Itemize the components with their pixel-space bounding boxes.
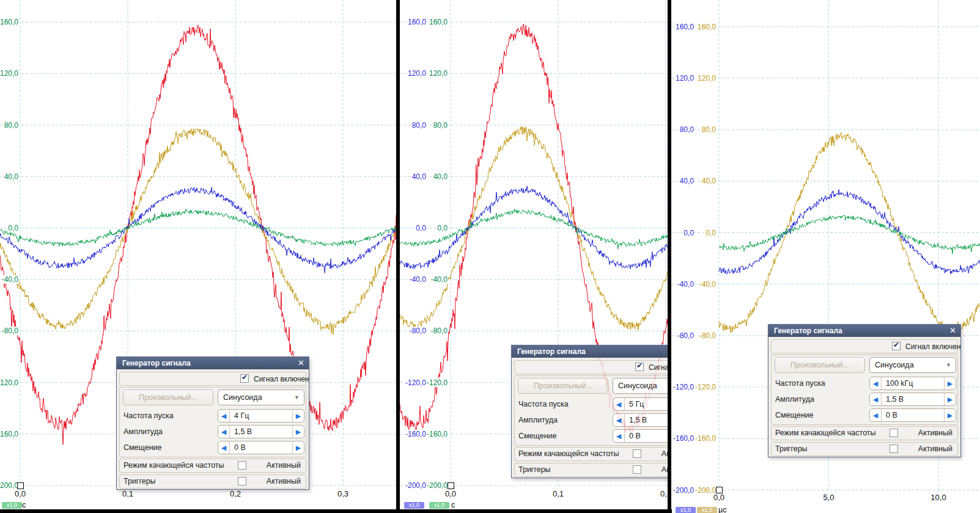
sweep-state: Активный (918, 427, 952, 440)
offset-stepper[interactable]: ◀ 0 В ▶ (613, 429, 668, 443)
waveform-value: Синусоида (618, 378, 657, 393)
scale-badge[interactable]: x1,0 (429, 502, 449, 509)
signal-on-checkbox[interactable]: ✔ (635, 363, 644, 371)
triggers-checkbox[interactable] (633, 465, 641, 474)
triggers-label: Триггеры (775, 443, 808, 456)
amplitude-stepper[interactable]: ◀ 1,5 В ▶ (218, 425, 304, 438)
triggers-checkbox[interactable] (238, 477, 246, 485)
x-tick-label: 5,0 (816, 493, 842, 502)
triggers-state: Активный (267, 475, 301, 488)
check-icon: ✔ (893, 341, 899, 349)
close-icon[interactable]: ✕ (949, 325, 956, 337)
increment-icon[interactable]: ▶ (292, 441, 304, 454)
x-tick-label: 0,1 (545, 490, 572, 498)
decrement-icon[interactable]: ◀ (613, 430, 625, 442)
waveform-gold (400, 127, 668, 330)
waveform-blue (0, 187, 396, 273)
origin-handle[interactable] (17, 482, 24, 489)
waveform-gold (0, 128, 396, 334)
waveform-gold (719, 133, 980, 335)
scale-badge[interactable]: x1,0 (404, 502, 424, 509)
increment-icon[interactable]: ▶ (944, 409, 956, 421)
field-label: Частота пуска (123, 409, 174, 423)
field-value: 1,5 В (234, 426, 252, 438)
waveform-select[interactable]: Синусоида ▼ (869, 357, 956, 373)
field-value: 0 В (234, 441, 246, 454)
signal-on-checkbox[interactable]: ✔ (240, 374, 249, 383)
triggers-row: Триггеры Активный (514, 463, 668, 477)
bottom-bar (0, 509, 672, 513)
sweep-checkbox[interactable] (890, 429, 898, 437)
increment-icon[interactable]: ▶ (944, 377, 956, 389)
origin-handle[interactable] (716, 487, 723, 493)
signal-on-label: Сигнал включен (254, 375, 309, 383)
sweep-checkbox[interactable] (238, 461, 246, 470)
amplitude-stepper[interactable]: ◀ 1,5 В ▶ (613, 413, 668, 427)
offset-stepper[interactable]: ◀ 0 В ▶ (218, 441, 304, 454)
signal-on-checkbox[interactable]: ✔ (892, 342, 901, 350)
signal-on-group: ✔ Сигнал включен (771, 339, 958, 353)
field-value: 0 В (629, 430, 641, 443)
waveform-select[interactable]: Синусоида ▼ (218, 389, 304, 405)
triggers-checkbox[interactable] (890, 445, 898, 453)
x-axis-unit: с (22, 501, 26, 509)
dialog-titlebar[interactable]: Генератор сигнала ✕ (117, 357, 309, 369)
scope-panel-3: Генератор сигнала ✕ ✔ Сигнал включен Про… (672, 0, 980, 513)
signal-on-label: Сигнал включен (905, 342, 960, 351)
increment-icon[interactable]: ▶ (944, 393, 956, 405)
sweep-label: Режим качающейся частоты (123, 459, 224, 472)
field-label: Частота пуска (518, 397, 569, 411)
waveform-green (0, 209, 396, 246)
increment-icon[interactable]: ▶ (292, 410, 304, 422)
frequency-stepper[interactable]: ◀ 100 kГц ▶ (869, 377, 956, 390)
scale-badge[interactable]: x1,0 (697, 507, 717, 513)
decrement-icon[interactable]: ◀ (613, 398, 625, 410)
frequency-stepper[interactable]: ◀ 4 Гц ▶ (218, 409, 304, 423)
field-label: Смещение (123, 441, 162, 454)
sweep-checkbox[interactable] (633, 449, 641, 458)
decrement-icon[interactable]: ◀ (218, 410, 230, 422)
x-tick-label: 0,0 (437, 490, 464, 498)
waveform-group: Произвольный... Синусоида ▼ Частота пуск… (119, 387, 306, 457)
offset-stepper[interactable]: ◀ 0 В ▶ (869, 408, 956, 422)
x-axis-unit: с (451, 501, 455, 509)
sweep-row: Режим качающейся частоты Активный (514, 447, 668, 461)
frequency-stepper[interactable]: ◀ 5 Гц ▶ (613, 397, 668, 411)
field-label: Амплитуда (123, 425, 163, 438)
arbitrary-button[interactable]: Произвольный... (775, 357, 865, 373)
decrement-icon[interactable]: ◀ (870, 409, 882, 421)
field-value: 1,5 В (886, 393, 904, 406)
signal-generator-dialog-1: Генератор сигнала ✕ ✔ Сигнал включен Про… (116, 356, 309, 490)
dialog-titlebar[interactable]: Генератор сигнала ✕ (768, 325, 960, 337)
increment-icon[interactable]: ▶ (292, 426, 304, 438)
waveform-select[interactable]: Синусоида ▼ (613, 378, 668, 394)
amplitude-stepper[interactable]: ◀ 1,5 В ▶ (869, 393, 956, 406)
triggers-state: Активный (918, 443, 952, 456)
decrement-icon[interactable]: ◀ (218, 426, 230, 438)
decrement-icon[interactable]: ◀ (870, 377, 882, 389)
field-label: Частота пуска (775, 377, 825, 390)
decrement-icon[interactable]: ◀ (218, 441, 230, 454)
decrement-icon[interactable]: ◀ (613, 414, 625, 426)
waveform-group: Произвольный... Синусоида ▼ Частота пуск… (514, 375, 668, 446)
panel-divider-2 (668, 0, 671, 513)
dialog-title: Генератор сигнала (774, 327, 842, 335)
sweep-label: Режим качающейся частоты (775, 427, 876, 440)
check-icon: ✔ (241, 373, 248, 382)
decrement-icon[interactable]: ◀ (870, 393, 882, 405)
oscilloscope-app: Генератор сигнала ✕ ✔ Сигнал включен Про… (0, 0, 980, 513)
scale-badge[interactable]: x1,0 (676, 507, 696, 513)
close-icon[interactable]: ✕ (298, 357, 304, 369)
sweep-row: Режим качающейся частоты Активный (119, 459, 306, 473)
dialog-title: Генератор сигнала (122, 359, 191, 367)
arbitrary-button[interactable]: Произвольный... (123, 389, 213, 405)
sweep-state: Активный (661, 448, 668, 460)
dialog-titlebar[interactable]: Генератор сигнала ✕ (512, 345, 668, 358)
field-value: 1,5 В (629, 414, 647, 427)
check-icon: ✔ (636, 361, 643, 370)
arbitrary-button[interactable]: Произвольный... (518, 378, 608, 394)
scale-badge[interactable]: x1,0 (2, 502, 22, 509)
field-value: 0 В (886, 409, 897, 422)
origin-handle[interactable] (448, 482, 454, 489)
triggers-label: Триггеры (123, 475, 156, 488)
